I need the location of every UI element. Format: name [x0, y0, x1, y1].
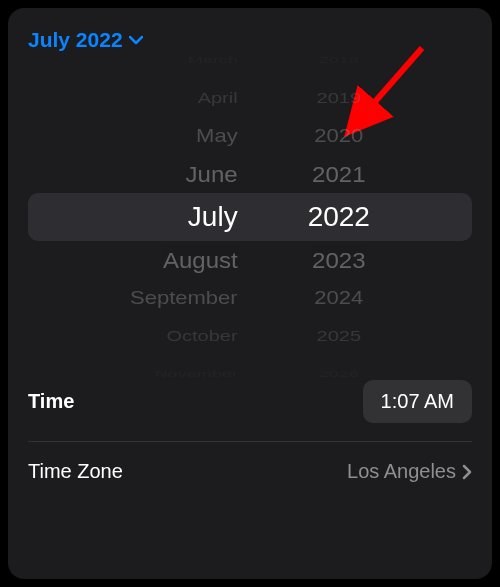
date-picker-panel: July 2022 March April May June July: [8, 8, 492, 579]
picker-item[interactable]: June: [186, 156, 238, 192]
picker-item[interactable]: 2019: [317, 85, 362, 112]
timezone-row[interactable]: Time Zone Los Angeles: [8, 442, 492, 501]
picker-item[interactable]: October: [167, 323, 238, 350]
picker-item[interactable]: April: [198, 85, 238, 112]
picker-item[interactable]: May: [196, 120, 238, 152]
timezone-text: Los Angeles: [347, 460, 456, 483]
picker-item[interactable]: 2025: [317, 323, 362, 350]
month-wheel[interactable]: March April May June July August Septemb…: [130, 72, 238, 362]
header[interactable]: July 2022: [8, 28, 492, 52]
timezone-value: Los Angeles: [347, 460, 472, 483]
chevron-down-icon: [129, 35, 143, 45]
picker-item[interactable]: November: [155, 365, 238, 384]
time-row: Time 1:07 AM: [8, 362, 492, 441]
year-wheel[interactable]: 2018 2019 2020 2021 2022 2023 2024 2025 …: [308, 72, 370, 362]
picker-item[interactable]: 2026: [319, 365, 359, 384]
picker-item[interactable]: 2023: [312, 242, 365, 278]
time-label: Time: [28, 390, 74, 413]
picker-item[interactable]: 2021: [312, 156, 365, 192]
picker-item[interactable]: 2024: [314, 282, 363, 314]
picker-item[interactable]: March: [188, 51, 238, 70]
picker-item[interactable]: 2018: [319, 51, 359, 70]
picker-item-selected[interactable]: July: [188, 193, 238, 241]
chevron-right-icon: [462, 464, 472, 480]
header-title: July 2022: [28, 28, 123, 52]
time-value-button[interactable]: 1:07 AM: [363, 380, 472, 423]
timezone-label: Time Zone: [28, 460, 123, 483]
picker-item[interactable]: 2020: [314, 120, 363, 152]
picker-item[interactable]: September: [130, 282, 238, 314]
picker-item[interactable]: August: [163, 242, 238, 278]
date-wheel-picker: March April May June July August Septemb…: [8, 72, 492, 362]
picker-item-selected[interactable]: 2022: [308, 193, 370, 241]
